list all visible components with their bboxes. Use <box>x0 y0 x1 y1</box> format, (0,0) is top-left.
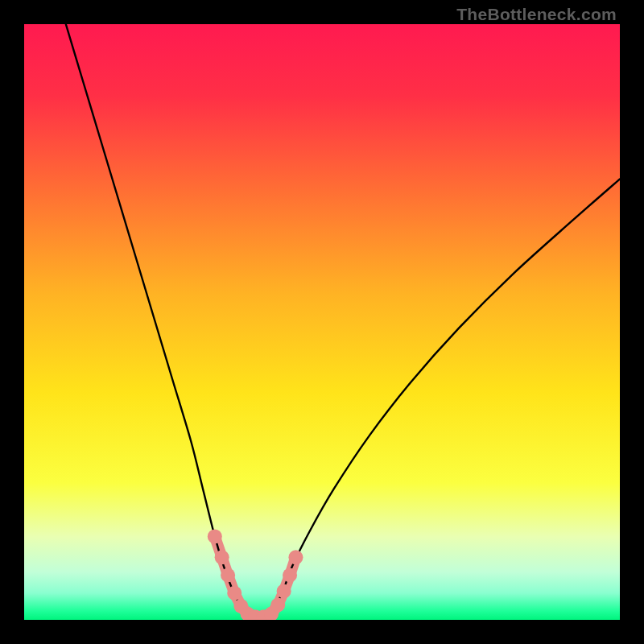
valley-marker-dot <box>215 550 229 564</box>
valley-marker-dot <box>221 568 235 583</box>
valley-marker-dot <box>277 584 291 598</box>
curve-layer <box>24 24 620 620</box>
valley-marker-dot <box>208 529 222 543</box>
valley-marker-dot <box>283 568 297 583</box>
bottleneck-curve <box>66 24 620 620</box>
valley-marker-dot <box>270 598 285 613</box>
outer-frame: TheBottleneck.com <box>0 0 644 644</box>
valley-marker-dot <box>288 550 303 564</box>
valley-marker-dot <box>227 586 242 601</box>
watermark-text: TheBottleneck.com <box>456 5 617 24</box>
plot-area <box>24 24 620 620</box>
